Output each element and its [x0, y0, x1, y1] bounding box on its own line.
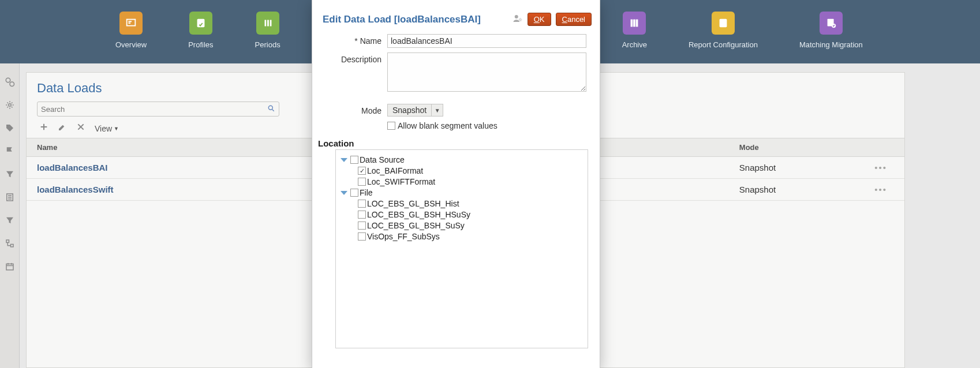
svg-point-11	[6, 78, 10, 82]
edit-data-load-modal: Edit Data Load [loadBalancesBAI] OK Canc…	[312, 0, 600, 368]
svg-rect-16	[11, 245, 14, 247]
svg-rect-4	[270, 20, 271, 27]
svg-point-20	[519, 19, 521, 21]
modal-header: Edit Data Load [loadBalancesBAI] OK Canc…	[312, 0, 600, 32]
col-actions	[861, 138, 904, 157]
tree-node[interactable]: LOC_EBS_GL_BSH_HSuSy	[338, 210, 585, 219]
svg-rect-0	[127, 20, 136, 26]
toolstrip-filter2-icon[interactable]	[0, 211, 20, 230]
svg-rect-8	[720, 19, 727, 28]
svg-rect-5	[631, 20, 633, 27]
tree-node[interactable]: VisOps_FF_SubSys	[338, 232, 585, 241]
search-icon[interactable]	[267, 104, 275, 114]
checkbox-icon[interactable]	[358, 200, 366, 208]
tree-node-label: Data Source	[360, 155, 405, 164]
nav-archive-label: Archive	[622, 40, 647, 49]
cancel-button[interactable]: Cancel	[556, 13, 592, 26]
toolstrip-tag-icon[interactable]	[0, 119, 20, 137]
toolstrip-flag-icon[interactable]	[0, 142, 20, 160]
allow-blank-label: Allow blank segment values	[398, 121, 498, 130]
mode-select[interactable]: Snapshot ▼	[387, 104, 443, 117]
nav-archive[interactable]: Archive	[622, 12, 647, 49]
name-label: * Name	[324, 34, 387, 46]
toolstrip-worklist-icon[interactable]	[0, 73, 20, 91]
chevron-down-icon[interactable]: ▼	[431, 104, 443, 116]
matching-migration-icon	[820, 12, 843, 35]
nav-report-config-label: Report Configuration	[689, 40, 758, 49]
checkbox-icon[interactable]	[358, 211, 366, 219]
search-input[interactable]	[41, 105, 267, 114]
nav-matching-migration-label: Matching Migration	[799, 40, 863, 49]
modal-title: Edit Data Load [loadBalancesBAI]	[323, 14, 481, 25]
tree-node-label: Loc_BAIFormat	[367, 166, 423, 175]
delete-icon[interactable]	[76, 122, 85, 134]
col-mode[interactable]: Mode	[729, 138, 861, 157]
checkbox-icon[interactable]	[358, 232, 366, 241]
search-box[interactable]	[37, 102, 279, 117]
chevron-down-icon: ▼	[114, 126, 119, 132]
person-settings-icon[interactable]	[513, 13, 523, 25]
checkbox-icon[interactable]	[358, 221, 366, 230]
nav-matching-migration[interactable]: Matching Migration	[799, 12, 863, 49]
name-input[interactable]	[387, 34, 586, 48]
nav-periods-label: Periods	[255, 40, 280, 49]
nav-profiles[interactable]: Profiles	[188, 12, 213, 49]
tree-node-label: LOC_EBS_GL_BSH_Hist	[367, 199, 459, 208]
tree-node[interactable]: File	[338, 188, 585, 197]
nav-overview[interactable]: Overview	[115, 12, 147, 49]
location-section-title: Location	[318, 133, 600, 148]
tree-node[interactable]: Data Source	[338, 155, 585, 164]
tree-node[interactable]: LOC_EBS_GL_BSH_SuSy	[338, 221, 585, 230]
checkbox-icon[interactable]: ✓	[358, 167, 366, 175]
tree-node-label: VisOps_FF_SubSys	[367, 232, 440, 241]
toolstrip-settings-icon[interactable]	[0, 96, 20, 114]
report-config-icon	[712, 12, 735, 35]
checkbox-icon[interactable]	[358, 178, 366, 186]
nav-overview-label: Overview	[115, 40, 147, 49]
tree-node[interactable]: ✓Loc_BAIFormat	[338, 166, 585, 175]
toolstrip-hierarchy-icon[interactable]	[0, 234, 20, 253]
toolstrip-filter-icon[interactable]	[0, 165, 20, 183]
tree-node[interactable]: LOC_EBS_GL_BSH_Hist	[338, 199, 585, 208]
svg-rect-1	[197, 19, 204, 28]
row-mode: Snapshot	[729, 157, 861, 179]
description-input[interactable]	[387, 52, 586, 92]
ok-button[interactable]: OK	[528, 13, 551, 26]
toolstrip-calendar-icon[interactable]	[0, 257, 20, 276]
overview-icon	[119, 12, 143, 35]
allow-blank-checkbox[interactable]: Allow blank segment values	[387, 121, 588, 130]
svg-rect-17	[6, 264, 13, 271]
nav-report-config[interactable]: Report Configuration	[689, 12, 758, 49]
checkbox-icon[interactable]	[350, 156, 358, 164]
toolstrip-doc-icon[interactable]	[0, 188, 20, 206]
profiles-icon	[189, 12, 212, 35]
add-icon[interactable]	[39, 122, 48, 134]
mode-select-value: Snapshot	[388, 104, 431, 116]
svg-point-18	[268, 106, 272, 110]
checkbox-icon[interactable]	[387, 122, 395, 130]
edit-icon[interactable]	[58, 122, 67, 134]
svg-rect-2	[264, 20, 266, 27]
archive-icon	[623, 12, 646, 35]
checkbox-icon[interactable]	[350, 189, 358, 197]
periods-icon	[256, 12, 279, 35]
row-mode: Snapshot	[729, 179, 861, 201]
tree-node[interactable]: Loc_SWIFTFormat	[338, 177, 585, 186]
nav-profiles-label: Profiles	[188, 40, 213, 49]
tree-node-label: LOC_EBS_GL_BSH_SuSy	[367, 221, 465, 230]
mode-label: Mode	[324, 104, 387, 115]
view-menu-label: View	[95, 124, 112, 133]
row-actions-icon[interactable]: •••	[861, 179, 904, 201]
row-actions-icon[interactable]: •••	[861, 157, 904, 179]
nav-periods[interactable]: Periods	[255, 12, 280, 49]
disclosure-icon[interactable]	[341, 158, 347, 162]
tree-node-label: File	[360, 188, 373, 197]
svg-rect-3	[267, 20, 269, 27]
left-toolstrip	[0, 63, 20, 368]
location-tree: Data Source✓Loc_BAIFormatLoc_SWIFTFormat…	[335, 149, 588, 348]
svg-point-12	[10, 82, 14, 87]
disclosure-icon[interactable]	[341, 191, 347, 195]
view-menu-button[interactable]: View ▼	[95, 124, 119, 133]
svg-point-13	[9, 104, 12, 107]
tree-node-label: LOC_EBS_GL_BSH_HSuSy	[367, 210, 470, 219]
